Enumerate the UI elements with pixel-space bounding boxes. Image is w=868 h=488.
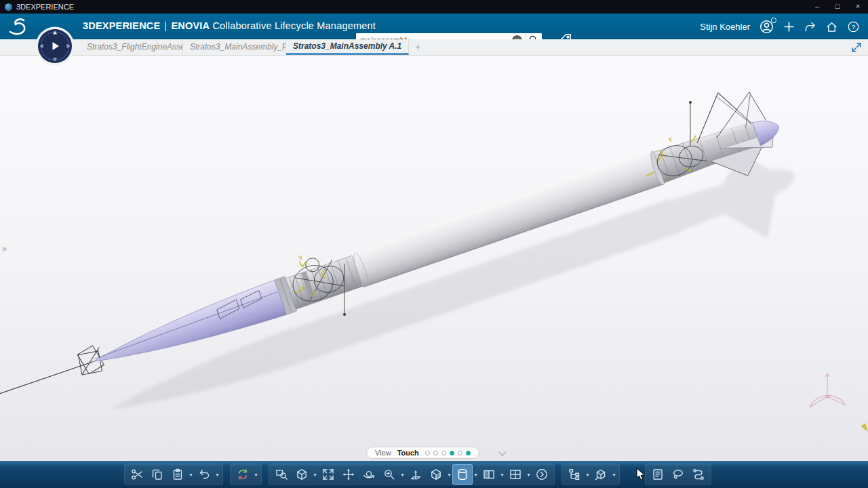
update-icon — [236, 468, 250, 481]
model-tree-button[interactable] — [564, 464, 585, 485]
maximize-button[interactable]: □ — [827, 0, 848, 14]
grid-view-icon — [509, 468, 522, 481]
more-icon — [535, 468, 549, 481]
normal-to-icon — [409, 468, 422, 481]
undo-icon — [197, 468, 211, 481]
copy-icon — [151, 468, 164, 481]
toolbar-group — [645, 464, 711, 485]
multi-view-button[interactable] — [505, 464, 526, 485]
zoom-button[interactable] — [379, 464, 399, 485]
carousel-dot[interactable] — [466, 451, 471, 455]
compass-widget[interactable] — [35, 26, 75, 66]
minimize-button[interactable]: – — [807, 0, 827, 14]
shaded-cube-icon — [429, 468, 443, 481]
carousel-dot[interactable] — [433, 451, 438, 455]
paste-button[interactable] — [167, 464, 188, 485]
fit-all-button[interactable] — [318, 464, 338, 485]
rotate-icon — [362, 468, 376, 481]
svg-text:?: ? — [852, 23, 856, 30]
carousel-dot[interactable] — [441, 451, 446, 455]
add-tab-button[interactable]: + — [409, 39, 427, 55]
dropdown-caret-icon[interactable]: ▾ — [399, 472, 406, 478]
dropdown-caret-icon[interactable]: ▾ — [499, 472, 505, 478]
expand-arrows-icon — [850, 41, 863, 54]
more-tools-button[interactable] — [532, 464, 552, 485]
dropdown-caret-icon[interactable]: ▾ — [611, 472, 617, 478]
dropdown-caret-icon[interactable]: ▾ — [312, 472, 318, 478]
carousel-dot[interactable] — [450, 451, 454, 455]
zoom-area-button[interactable] — [271, 464, 292, 485]
3dexperience-window: 3DEXPERIENCE –□× 3DEXPERIENCE|ENOVIA Col… — [0, 0, 868, 488]
notification-badge — [771, 18, 776, 23]
link-icon — [692, 468, 705, 481]
capture-button[interactable] — [591, 464, 611, 485]
view-mode-pill: View Touch — [366, 447, 479, 459]
carousel-dot[interactable] — [458, 451, 462, 455]
toolbar-group: ▾▾▾▾▾▾ — [269, 464, 555, 485]
document-tab[interactable]: Stratos3_MainAssembly_PostS — [183, 39, 286, 55]
toolbar-group: ▾ — [230, 464, 262, 485]
dropdown-caret-icon[interactable]: ▾ — [253, 472, 259, 478]
dropdown-caret-icon[interactable]: ▾ — [585, 472, 591, 478]
help-icon: ? — [847, 20, 860, 33]
iso-cube-icon — [295, 468, 309, 481]
carousel-dot[interactable] — [425, 451, 430, 455]
close-button[interactable]: × — [848, 0, 868, 14]
render-style-button[interactable] — [426, 464, 446, 485]
panel-expander[interactable]: » — [2, 243, 7, 253]
normal-view-button[interactable] — [406, 464, 426, 485]
copy-button[interactable] — [147, 464, 167, 485]
model-tree-icon — [568, 468, 581, 481]
document-tab[interactable]: Stratos3_MainAssembly A.1 — [286, 39, 409, 55]
zoom-icon — [382, 468, 396, 481]
document-tab[interactable]: Stratos3_FlightEngineAssembl — [80, 39, 183, 55]
cylinder-view-button[interactable] — [452, 464, 473, 485]
action-bar: ▾▾▾▾▾▾▾▾▾▾▾ — [0, 461, 868, 488]
user-avatar[interactable] — [759, 19, 774, 35]
cylinder-icon — [456, 468, 469, 481]
toolbar-group: ▾▾ — [561, 464, 620, 485]
home-button[interactable] — [825, 20, 838, 33]
share-icon — [804, 20, 816, 33]
add-content-button[interactable] — [783, 21, 795, 33]
tab-bar: Stratos3_FlightEngineAssemblStratos3_Mai… — [0, 39, 868, 56]
bom-report-button[interactable] — [648, 464, 668, 485]
user-name[interactable]: Stijn Koehler — [700, 22, 750, 32]
dropdown-caret-icon[interactable]: ▾ — [526, 472, 532, 478]
3d-canvas[interactable]: Y — [0, 56, 868, 461]
update-button[interactable] — [233, 464, 253, 485]
pan-button[interactable] — [338, 464, 359, 485]
toolbar-group: ▾▾ — [124, 464, 223, 485]
rotate-button[interactable] — [359, 464, 379, 485]
rocket-model[interactable]: Y — [0, 78, 791, 429]
construction-line — [0, 361, 94, 394]
lasso-select-button[interactable] — [668, 464, 688, 485]
help-button[interactable]: ? — [847, 20, 860, 33]
dropdown-caret-icon[interactable]: ▾ — [214, 472, 220, 478]
split-view-button[interactable] — [479, 464, 499, 485]
dropdown-caret-icon[interactable]: ▾ — [188, 472, 194, 478]
app-title: 3DEXPERIENCE|ENOVIA Collaborative Lifecy… — [83, 20, 376, 31]
app-header: 3DEXPERIENCE|ENOVIA Collaborative Lifecy… — [0, 14, 868, 39]
bom-list-icon — [651, 468, 665, 481]
touch-mode-label[interactable]: Touch — [397, 449, 419, 457]
plus-icon — [783, 21, 795, 33]
cut-button[interactable] — [127, 464, 147, 485]
window-titlebar: 3DEXPERIENCE –□× — [0, 0, 868, 14]
zoom-area-icon — [275, 468, 288, 481]
expand-window-button[interactable] — [850, 41, 863, 54]
iso-view-button[interactable] — [292, 464, 312, 485]
link-parts-button[interactable] — [688, 464, 709, 485]
axis-label: Y — [298, 254, 304, 262]
undo-button[interactable] — [194, 464, 214, 485]
paste-icon — [171, 468, 184, 481]
share-button[interactable] — [804, 20, 816, 33]
pen-flyout-icon[interactable] — [861, 424, 868, 432]
lasso-icon — [671, 468, 685, 481]
dropdown-caret-icon[interactable]: ▾ — [473, 472, 479, 478]
view-mode-label[interactable]: View — [375, 449, 391, 457]
dropdown-caret-icon[interactable]: ▾ — [446, 472, 452, 478]
viewport-3d: Y — [0, 56, 868, 461]
engine-section[interactable] — [285, 256, 363, 309]
pill-expand-button[interactable] — [497, 448, 508, 460]
